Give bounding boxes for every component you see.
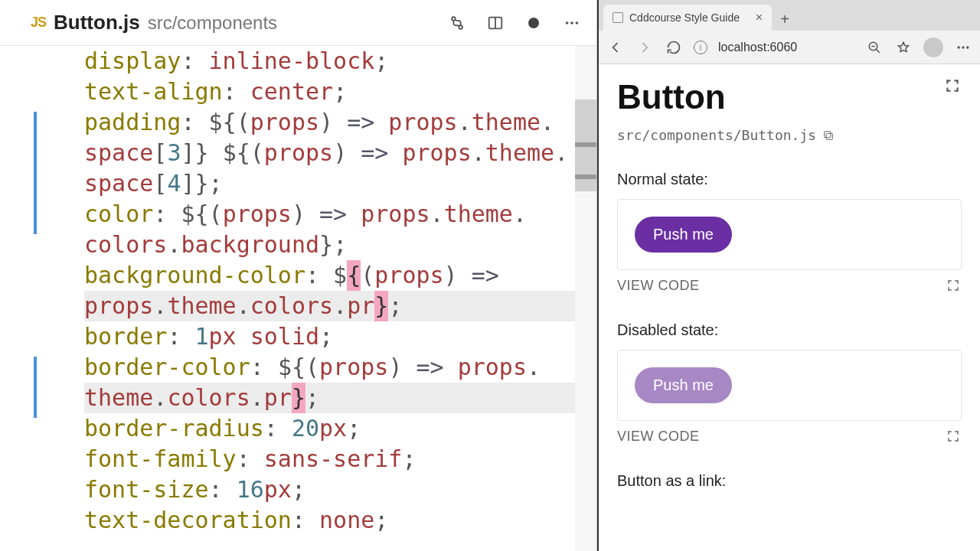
compare-changes-icon[interactable] — [446, 12, 468, 34]
browser-tab[interactable]: Cddcourse Style Guide × — [603, 5, 772, 31]
code-line[interactable]: text-decoration: none; — [84, 505, 589, 536]
browser-menu-icon[interactable] — [954, 38, 972, 57]
copy-path-icon[interactable] — [822, 129, 835, 142]
code-line[interactable]: props.theme.colors.pr}; — [84, 291, 589, 321]
styleguide-path: src/components/Button.js — [617, 127, 816, 143]
section-label: Disabled state: — [617, 321, 962, 339]
styleguide-section: Normal state:Push meVIEW CODE — [617, 171, 962, 294]
svg-rect-14 — [825, 131, 831, 137]
code-line[interactable]: border-radius: 20px; — [84, 413, 589, 444]
favorite-icon[interactable] — [894, 38, 913, 57]
fullscreen-icon[interactable] — [945, 78, 962, 95]
code-line[interactable]: text-align: center; — [84, 77, 589, 107]
code-line[interactable]: font-family: sans-serif; — [84, 444, 589, 474]
code-line[interactable]: font-size: 16px; — [84, 474, 589, 505]
change-bar — [34, 357, 37, 418]
zoom-icon[interactable] — [865, 38, 884, 57]
browser-toolbar: i localhost:6060 — [599, 31, 980, 64]
code-area[interactable]: display: inline-block;text-align: center… — [38, 46, 596, 551]
code-line[interactable]: colors.background}; — [84, 230, 589, 260]
example-card: Push me — [617, 199, 962, 270]
minimap-mark — [575, 142, 596, 147]
code-line[interactable]: border: 1px solid; — [84, 321, 589, 352]
editor-body[interactable]: display: inline-block;text-align: center… — [0, 46, 596, 551]
change-bar — [34, 112, 37, 234]
fullscreen-icon[interactable] — [946, 279, 962, 294]
editor-pane: JS Button.js src/components display: inl… — [0, 0, 597, 551]
profile-avatar[interactable] — [923, 37, 943, 57]
code-line[interactable]: padding: ${(props) => props.theme. — [84, 107, 589, 138]
tab-filename[interactable]: Button.js — [54, 11, 140, 34]
push-me-button[interactable]: Push me — [635, 217, 732, 253]
editor-tab-bar: JS Button.js src/components — [0, 0, 596, 46]
svg-point-11 — [962, 46, 964, 48]
code-line[interactable]: display: inline-block; — [84, 46, 589, 77]
url-text[interactable]: localhost:6060 — [718, 41, 797, 54]
view-code-button[interactable]: VIEW CODE — [617, 278, 700, 294]
svg-point-5 — [570, 21, 573, 24]
page-icon — [612, 12, 623, 23]
forward-button[interactable] — [635, 38, 654, 57]
browser-content: Button src/components/Button.js Normal s… — [599, 64, 980, 551]
svg-point-12 — [966, 46, 969, 48]
site-info-icon[interactable]: i — [694, 41, 707, 54]
browser-pane: Cddcourse Style Guide × + i localhost:60… — [597, 0, 980, 551]
svg-point-0 — [452, 17, 456, 21]
fullscreen-icon[interactable] — [946, 429, 962, 445]
editor-gutter — [0, 46, 38, 551]
example-card: Push me — [617, 350, 962, 421]
svg-point-4 — [566, 21, 569, 24]
code-line[interactable]: space[3]} ${(props) => props.theme. — [84, 138, 589, 168]
svg-rect-13 — [826, 133, 832, 139]
js-file-icon: JS — [31, 15, 46, 31]
code-line[interactable]: border-color: ${(props) => props. — [84, 352, 589, 383]
code-line[interactable]: background-color: ${(props) => — [84, 260, 589, 291]
svg-point-10 — [958, 46, 960, 48]
modified-indicator-icon — [523, 12, 544, 34]
styleguide-section: Disabled state:Push meVIEW CODE — [617, 321, 962, 445]
new-tab-button[interactable]: + — [772, 8, 798, 31]
section-label: Button as a link: — [617, 472, 962, 490]
minimap[interactable] — [575, 46, 596, 551]
tab-path: src/components — [148, 12, 277, 34]
code-line[interactable]: space[4]}; — [84, 168, 589, 199]
minimap-mark — [575, 174, 596, 179]
svg-point-1 — [459, 25, 462, 29]
view-code-button[interactable]: VIEW CODE — [617, 429, 700, 445]
refresh-button[interactable] — [665, 38, 683, 57]
close-tab-icon[interactable]: × — [756, 11, 763, 24]
browser-tab-title: Cddcourse Style Guide — [629, 11, 740, 24]
styleguide-title: Button — [617, 78, 726, 116]
push-me-button-disabled: Push me — [635, 367, 732, 403]
back-button[interactable] — [606, 38, 625, 57]
more-actions-icon[interactable] — [561, 12, 583, 34]
svg-line-8 — [876, 49, 880, 53]
section-label: Normal state: — [617, 171, 962, 188]
code-line[interactable]: theme.colors.pr}; — [84, 383, 589, 413]
svg-point-6 — [576, 21, 579, 24]
split-editor-icon[interactable] — [485, 12, 506, 34]
browser-tab-strip: Cddcourse Style Guide × + — [599, 0, 980, 31]
code-line[interactable]: color: ${(props) => props.theme. — [84, 199, 589, 230]
